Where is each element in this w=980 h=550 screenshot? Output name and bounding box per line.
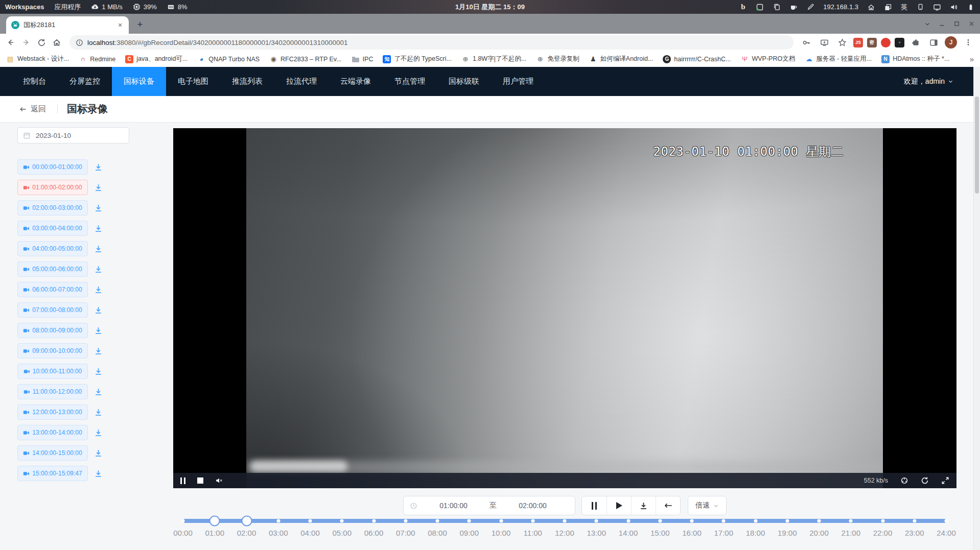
network-speed-indicator[interactable]: 1 MB/s [91,3,122,11]
window-maximize-icon[interactable] [953,20,960,27]
segment-button[interactable]: 04:00:00-05:00:00 [17,241,88,256]
refresh-icon[interactable] [921,476,929,485]
bookmark-item[interactable]: ∩ Redmine [79,55,115,63]
timeline-track[interactable] [183,519,946,523]
window-close-icon[interactable] [968,20,975,27]
segment-download-button[interactable] [94,428,103,437]
memory-indicator[interactable]: 8% [167,3,188,11]
screenshot-tool-icon[interactable] [756,3,764,11]
forward-icon[interactable] [19,36,33,49]
nav-item[interactable]: 拉流代理 [274,67,329,96]
display-icon[interactable] [933,3,941,11]
segment-download-button[interactable] [94,367,103,376]
bookmark-item[interactable]: Ψ WVP-PRO文档 [740,55,795,63]
segment-button[interactable]: 09:00:00-10:00:00 [17,343,88,358]
segment-button[interactable]: 06:00:00-07:00:00 [17,282,88,297]
segment-download-button[interactable] [94,469,103,478]
scrollbar-thumb[interactable] [975,97,979,194]
battery-icon[interactable] [967,3,975,11]
back-icon[interactable] [4,36,17,49]
browser-menu-kebab-icon[interactable] [962,36,975,49]
profile-avatar[interactable]: J [945,36,957,49]
bookmark-star-icon[interactable] [835,36,849,49]
segment-button[interactable]: 01:00:00-02:00:00 [17,180,88,195]
player-mute-icon[interactable] [215,476,223,485]
date-input[interactable] [35,131,124,140]
nav-item[interactable]: 用户管理 [491,67,545,96]
step-back-button[interactable] [656,496,680,515]
extension-icon[interactable]: ▫ [895,38,904,47]
segment-download-button[interactable] [94,449,103,458]
segment-button[interactable]: 13:00:00-14:00:00 [17,425,88,440]
reload-icon[interactable] [35,36,48,49]
workspaces-button[interactable]: Workspaces [5,3,44,11]
segment-download-button[interactable] [94,245,103,253]
bookmark-item[interactable]: N HDAtmos :: 种子 *... [881,55,949,63]
nav-item[interactable]: 国标级联 [437,67,491,96]
bookmark-item[interactable]: ⊕ 1.8W字|了不起的... [461,55,526,63]
segment-button[interactable]: 15:00:00-15:09:47 [17,466,88,481]
start-time-input[interactable] [417,501,489,510]
bookmark-item[interactable]: ◕ QNAP Turbo NAS [197,55,260,63]
player-pause-icon[interactable] [180,477,185,484]
end-time-input[interactable] [497,501,569,510]
timeline-handle[interactable] [209,516,220,527]
info-icon[interactable] [76,39,83,46]
segment-button[interactable]: 03:00:00-04:00:00 [17,221,88,236]
applications-button[interactable]: 应用程序 [54,3,81,12]
extension-icon[interactable]: JS [853,38,863,47]
input-method-indicator[interactable]: 英 [901,3,907,12]
clock-text[interactable]: 1月10日 星期二 15：09 [455,3,525,12]
pen-tool-icon[interactable] [806,3,814,11]
clipboard-copy-icon[interactable] [773,3,781,11]
bookmark-item[interactable]: ⊕ 免登录复制 [536,55,579,63]
bookmark-item[interactable]: ◉ RFC2833 – RTP Ev... [269,55,342,63]
home-icon[interactable] [867,3,875,11]
timeline-handle[interactable] [241,516,252,527]
snapshot-shutter-icon[interactable] [900,476,908,485]
bookmark-item[interactable]: ▤ Webstack - 设计... [6,55,69,63]
nav-item[interactable]: 节点管理 [383,67,437,96]
pause-button[interactable] [582,496,606,515]
bookmark-item[interactable]: 知 了不起的 TypeScri... [383,55,452,63]
speed-dropdown[interactable]: 倍速 [688,496,727,515]
nav-item[interactable]: 电子地图 [166,67,220,96]
home-button-icon[interactable] [50,36,63,49]
tab-close-icon[interactable]: × [115,20,125,30]
segment-button[interactable]: 08:00:00-09:00:00 [17,323,88,338]
segment-download-button[interactable] [94,224,103,233]
segment-button[interactable]: 07:00:00-08:00:00 [17,302,88,318]
segment-button[interactable]: 02:00:00-03:00:00 [17,200,88,216]
caffeine-cup-icon[interactable] [789,3,798,11]
bookmarks-overflow-button[interactable]: » [970,55,974,63]
extension-icon[interactable]: 密 [867,38,877,47]
user-menu[interactable]: 欢迎，admin [904,77,953,86]
browser-tab[interactable]: 国标28181 × [6,16,129,34]
download-button[interactable] [631,496,656,515]
play-button[interactable] [606,496,631,515]
fullscreen-icon[interactable] [941,476,949,485]
segment-download-button[interactable] [94,408,103,417]
segment-download-button[interactable] [94,204,103,212]
player-stop-icon[interactable] [197,477,203,484]
address-bar[interactable]: localhost:38080/#/gbRecordDetail/3402000… [69,35,794,50]
app-b-icon[interactable]: b [739,3,747,11]
segment-download-button[interactable] [94,163,103,172]
tab-search-chevron-icon[interactable] [924,21,930,27]
segment-button[interactable]: 10:00:00-11:00:00 [17,364,88,379]
bookmark-item[interactable]: C java、android可... [125,55,188,63]
back-button[interactable]: 返回 [19,104,46,114]
segment-button[interactable]: 11:00:00-12:00:00 [17,384,88,399]
segment-button[interactable]: 12:00:00-13:00:00 [17,404,88,420]
device-phone-icon[interactable] [916,3,924,11]
ip-address-text[interactable]: 192.168.1.3 [823,3,858,11]
segment-download-button[interactable] [94,326,103,335]
volume-icon[interactable] [950,3,958,11]
segment-download-button[interactable] [94,285,103,294]
nav-item[interactable]: 国标设备 [112,67,166,96]
cpu-indicator[interactable]: 39% [133,3,157,11]
segment-button[interactable]: 14:00:00-15:00:00 [17,445,88,461]
nav-item[interactable]: 分屏监控 [58,67,112,96]
key-icon[interactable] [800,36,813,49]
segment-button[interactable]: 05:00:00-06:00:00 [17,261,88,277]
